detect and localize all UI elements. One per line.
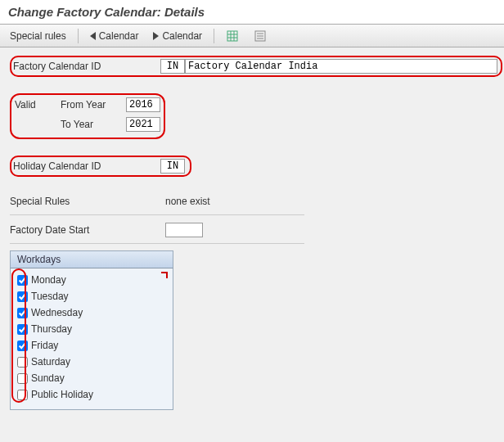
workdays-body: MondayTuesdayWednesdayThursdayFridaySatu…	[10, 268, 173, 410]
workday-label: Wednesday	[31, 307, 83, 318]
special-rules-label: Special Rules	[10, 196, 116, 207]
workday-row: Sunday	[16, 370, 168, 386]
factory-calendar-id-label: Factory Calendar ID	[13, 61, 119, 72]
content: Factory Calendar ID Valid From Year To Y…	[0, 47, 504, 418]
valid-block-highlight: Valid From Year To Year	[10, 93, 165, 139]
toolbar-icon-button-2[interactable]	[250, 28, 270, 44]
corner-mark-icon	[161, 272, 168, 278]
divider	[10, 243, 304, 244]
special-rules-button[interactable]: Special rules	[7, 29, 70, 43]
workday-label: Thursday	[31, 323, 72, 335]
workday-checkbox-wednesday[interactable]	[17, 308, 28, 318]
factory-date-start-row: Factory Date Start	[10, 222, 494, 238]
special-rules-value: none exist	[165, 196, 210, 207]
workday-row: Monday	[16, 272, 168, 288]
factory-calendar-id-highlight: Factory Calendar ID	[10, 56, 502, 77]
workday-label: Sunday	[31, 372, 65, 384]
special-rules-row: Special Rules none exist	[10, 193, 494, 210]
workday-label: Public Holiday	[31, 389, 93, 400]
workday-checkbox-sunday[interactable]	[17, 373, 28, 384]
toolbar-separator	[78, 29, 79, 43]
divider	[10, 214, 304, 215]
page-title: Change Factory Calendar: Details	[8, 5, 496, 19]
from-year-label: From Year	[61, 99, 126, 110]
workday-row: Friday	[16, 337, 168, 354]
list-icon	[254, 29, 267, 43]
holiday-calendar-id-input[interactable]	[160, 159, 185, 174]
workday-label: Tuesday	[31, 291, 69, 302]
svg-rect-0	[227, 31, 237, 41]
workday-checkbox-tuesday[interactable]	[17, 291, 28, 302]
toolbar-icon-button-1[interactable]	[223, 28, 242, 44]
workday-checkbox-monday[interactable]	[17, 275, 28, 286]
factory-calendar-desc-input[interactable]	[185, 59, 497, 74]
valid-label: Valid	[15, 99, 47, 110]
holiday-calendar-id-highlight: Holiday Calendar ID	[10, 156, 191, 177]
workday-checkbox-thursday[interactable]	[17, 324, 28, 335]
prev-calendar-button[interactable]: Calendar	[87, 29, 142, 43]
workdays-panel: Workdays MondayTuesdayWednesdayThursdayF…	[10, 250, 173, 410]
to-year-input[interactable]	[126, 117, 160, 132]
special-rules-label: Special rules	[10, 30, 66, 42]
workday-label: Friday	[31, 340, 58, 351]
arrow-right-icon	[153, 32, 159, 40]
next-calendar-button[interactable]: Calendar	[150, 29, 205, 43]
workday-checkbox-public-holiday[interactable]	[17, 390, 28, 400]
from-year-input[interactable]	[126, 97, 160, 112]
title-bar: Change Factory Calendar: Details	[0, 0, 504, 25]
next-calendar-label: Calendar	[162, 30, 202, 42]
workday-label: Saturday	[31, 356, 70, 368]
factory-date-start-label: Factory Date Start	[10, 224, 116, 236]
workday-row: Public Holiday	[16, 386, 168, 403]
workday-checkbox-friday[interactable]	[17, 341, 28, 351]
toolbar-separator	[214, 29, 214, 43]
workday-checkbox-saturday[interactable]	[17, 357, 28, 368]
to-year-label: To Year	[61, 119, 126, 130]
grid-icon	[226, 29, 239, 43]
workday-row: Saturday	[16, 354, 168, 370]
factory-calendar-id-input[interactable]	[160, 59, 185, 74]
workday-label: Monday	[31, 274, 66, 286]
workdays-header: Workdays	[10, 250, 173, 268]
toolbar: Special rules Calendar Calendar	[0, 25, 504, 47]
holiday-calendar-id-label: Holiday Calendar ID	[13, 160, 119, 172]
workday-row: Thursday	[16, 321, 168, 337]
arrow-left-icon	[90, 32, 96, 40]
workday-row: Wednesday	[16, 304, 168, 321]
factory-date-start-input[interactable]	[165, 223, 203, 237]
workday-row: Tuesday	[16, 288, 168, 304]
prev-calendar-label: Calendar	[99, 30, 139, 42]
